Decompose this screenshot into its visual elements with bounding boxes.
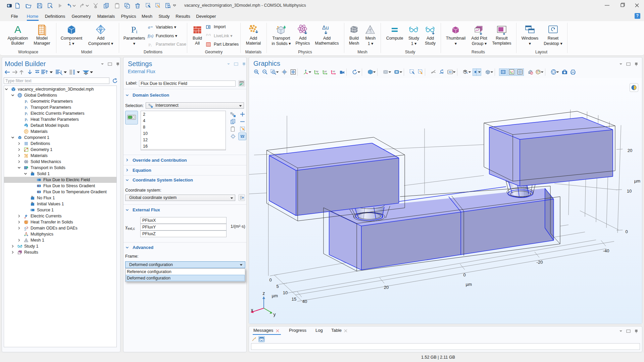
- svg-text:Pi: Pi: [131, 25, 138, 35]
- svg-text:5: 5: [276, 284, 279, 289]
- svg-text:10: 10: [283, 290, 288, 295]
- svg-text:µm: µm: [272, 293, 278, 298]
- svg-text:Pi: Pi: [25, 117, 28, 122]
- svg-text:Pi: Pi: [25, 99, 28, 104]
- svg-text:z: z: [263, 291, 265, 296]
- svg-text:D: D: [32, 196, 33, 198]
- svg-text:A: A: [14, 24, 21, 35]
- svg-text:y: y: [274, 312, 276, 317]
- svg-text:Pi: Pi: [25, 105, 28, 110]
- svg-text:40: 40: [302, 299, 307, 304]
- svg-text:f(x): f(x): [148, 34, 153, 38]
- svg-text:20: 20: [628, 148, 632, 153]
- svg-text:0: 0: [625, 229, 628, 234]
- svg-text:xy: xy: [316, 70, 318, 73]
- svg-text:µm: µm: [634, 178, 640, 184]
- svg-text:x: x: [251, 307, 253, 313]
- svg-text:a=: a=: [148, 24, 153, 30]
- svg-text:0: 0: [463, 272, 465, 277]
- svg-text:15: 15: [292, 297, 296, 302]
- svg-text:10: 10: [627, 189, 632, 194]
- svg-text:D: D: [32, 202, 33, 204]
- svg-text:dt: dt: [24, 228, 27, 231]
- svg-text:0: 0: [269, 277, 271, 282]
- svg-text:yz: yz: [324, 70, 327, 73]
- svg-text:Δu: Δu: [322, 25, 329, 31]
- svg-text:Pi: Pi: [148, 42, 152, 47]
- svg-text:Pi: Pi: [25, 111, 28, 116]
- svg-text:20: 20: [384, 285, 389, 290]
- svg-text:xz: xz: [333, 70, 335, 73]
- svg-text:µm: µm: [466, 282, 472, 287]
- svg-text:D: D: [32, 171, 33, 173]
- svg-text:-20: -20: [537, 260, 543, 265]
- svg-text:-40: -40: [603, 248, 609, 253]
